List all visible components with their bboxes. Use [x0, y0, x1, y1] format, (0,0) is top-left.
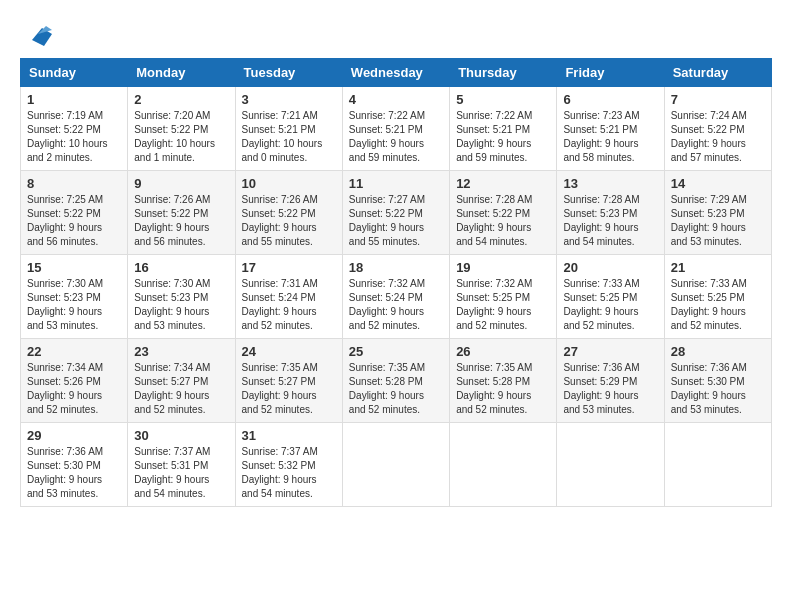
calendar-cell: 28Sunrise: 7:36 AMSunset: 5:30 PMDayligh… — [664, 339, 771, 423]
logo-icon — [24, 20, 52, 48]
calendar-week-5: 29Sunrise: 7:36 AMSunset: 5:30 PMDayligh… — [21, 423, 772, 507]
calendar-header-row: SundayMondayTuesdayWednesdayThursdayFrid… — [21, 59, 772, 87]
day-info: Sunrise: 7:30 AMSunset: 5:23 PMDaylight:… — [134, 278, 210, 331]
day-info: Sunrise: 7:30 AMSunset: 5:23 PMDaylight:… — [27, 278, 103, 331]
calendar-cell: 27Sunrise: 7:36 AMSunset: 5:29 PMDayligh… — [557, 339, 664, 423]
day-number: 15 — [27, 260, 121, 275]
day-info: Sunrise: 7:27 AMSunset: 5:22 PMDaylight:… — [349, 194, 425, 247]
day-number: 2 — [134, 92, 228, 107]
day-number: 1 — [27, 92, 121, 107]
calendar-body: 1Sunrise: 7:19 AMSunset: 5:22 PMDaylight… — [21, 87, 772, 507]
day-info: Sunrise: 7:25 AMSunset: 5:22 PMDaylight:… — [27, 194, 103, 247]
calendar-cell: 11Sunrise: 7:27 AMSunset: 5:22 PMDayligh… — [342, 171, 449, 255]
calendar-cell: 8Sunrise: 7:25 AMSunset: 5:22 PMDaylight… — [21, 171, 128, 255]
calendar-cell: 9Sunrise: 7:26 AMSunset: 5:22 PMDaylight… — [128, 171, 235, 255]
calendar-cell: 22Sunrise: 7:34 AMSunset: 5:26 PMDayligh… — [21, 339, 128, 423]
day-info: Sunrise: 7:36 AMSunset: 5:30 PMDaylight:… — [27, 446, 103, 499]
calendar-cell: 18Sunrise: 7:32 AMSunset: 5:24 PMDayligh… — [342, 255, 449, 339]
day-number: 27 — [563, 344, 657, 359]
day-number: 14 — [671, 176, 765, 191]
day-info: Sunrise: 7:26 AMSunset: 5:22 PMDaylight:… — [134, 194, 210, 247]
day-info: Sunrise: 7:28 AMSunset: 5:23 PMDaylight:… — [563, 194, 639, 247]
day-info: Sunrise: 7:34 AMSunset: 5:27 PMDaylight:… — [134, 362, 210, 415]
calendar-cell: 13Sunrise: 7:28 AMSunset: 5:23 PMDayligh… — [557, 171, 664, 255]
day-info: Sunrise: 7:24 AMSunset: 5:22 PMDaylight:… — [671, 110, 747, 163]
day-number: 24 — [242, 344, 336, 359]
day-info: Sunrise: 7:37 AMSunset: 5:32 PMDaylight:… — [242, 446, 318, 499]
day-info: Sunrise: 7:32 AMSunset: 5:24 PMDaylight:… — [349, 278, 425, 331]
day-number: 31 — [242, 428, 336, 443]
calendar-week-3: 15Sunrise: 7:30 AMSunset: 5:23 PMDayligh… — [21, 255, 772, 339]
weekday-header-saturday: Saturday — [664, 59, 771, 87]
calendar-cell: 2Sunrise: 7:20 AMSunset: 5:22 PMDaylight… — [128, 87, 235, 171]
day-info: Sunrise: 7:37 AMSunset: 5:31 PMDaylight:… — [134, 446, 210, 499]
calendar-cell — [450, 423, 557, 507]
calendar-week-1: 1Sunrise: 7:19 AMSunset: 5:22 PMDaylight… — [21, 87, 772, 171]
calendar-week-2: 8Sunrise: 7:25 AMSunset: 5:22 PMDaylight… — [21, 171, 772, 255]
calendar-cell: 6Sunrise: 7:23 AMSunset: 5:21 PMDaylight… — [557, 87, 664, 171]
calendar-cell: 24Sunrise: 7:35 AMSunset: 5:27 PMDayligh… — [235, 339, 342, 423]
weekday-header-monday: Monday — [128, 59, 235, 87]
calendar-cell — [664, 423, 771, 507]
day-number: 21 — [671, 260, 765, 275]
day-info: Sunrise: 7:33 AMSunset: 5:25 PMDaylight:… — [563, 278, 639, 331]
calendar-cell: 17Sunrise: 7:31 AMSunset: 5:24 PMDayligh… — [235, 255, 342, 339]
day-number: 11 — [349, 176, 443, 191]
weekday-header-wednesday: Wednesday — [342, 59, 449, 87]
day-info: Sunrise: 7:35 AMSunset: 5:27 PMDaylight:… — [242, 362, 318, 415]
day-number: 13 — [563, 176, 657, 191]
day-number: 3 — [242, 92, 336, 107]
day-info: Sunrise: 7:36 AMSunset: 5:29 PMDaylight:… — [563, 362, 639, 415]
calendar-cell: 12Sunrise: 7:28 AMSunset: 5:22 PMDayligh… — [450, 171, 557, 255]
day-number: 16 — [134, 260, 228, 275]
calendar-cell: 26Sunrise: 7:35 AMSunset: 5:28 PMDayligh… — [450, 339, 557, 423]
day-info: Sunrise: 7:34 AMSunset: 5:26 PMDaylight:… — [27, 362, 103, 415]
calendar-cell: 25Sunrise: 7:35 AMSunset: 5:28 PMDayligh… — [342, 339, 449, 423]
day-number: 19 — [456, 260, 550, 275]
calendar-table: SundayMondayTuesdayWednesdayThursdayFrid… — [20, 58, 772, 507]
day-number: 20 — [563, 260, 657, 275]
calendar-cell: 16Sunrise: 7:30 AMSunset: 5:23 PMDayligh… — [128, 255, 235, 339]
day-number: 23 — [134, 344, 228, 359]
day-number: 30 — [134, 428, 228, 443]
weekday-header-friday: Friday — [557, 59, 664, 87]
calendar-cell: 14Sunrise: 7:29 AMSunset: 5:23 PMDayligh… — [664, 171, 771, 255]
day-info: Sunrise: 7:23 AMSunset: 5:21 PMDaylight:… — [563, 110, 639, 163]
calendar-cell — [557, 423, 664, 507]
day-info: Sunrise: 7:36 AMSunset: 5:30 PMDaylight:… — [671, 362, 747, 415]
calendar-cell: 15Sunrise: 7:30 AMSunset: 5:23 PMDayligh… — [21, 255, 128, 339]
day-number: 22 — [27, 344, 121, 359]
day-number: 29 — [27, 428, 121, 443]
calendar-cell: 4Sunrise: 7:22 AMSunset: 5:21 PMDaylight… — [342, 87, 449, 171]
day-number: 25 — [349, 344, 443, 359]
page-header — [20, 20, 772, 48]
day-info: Sunrise: 7:35 AMSunset: 5:28 PMDaylight:… — [349, 362, 425, 415]
day-number: 7 — [671, 92, 765, 107]
day-number: 26 — [456, 344, 550, 359]
day-number: 6 — [563, 92, 657, 107]
calendar-cell: 30Sunrise: 7:37 AMSunset: 5:31 PMDayligh… — [128, 423, 235, 507]
day-info: Sunrise: 7:29 AMSunset: 5:23 PMDaylight:… — [671, 194, 747, 247]
calendar-cell: 1Sunrise: 7:19 AMSunset: 5:22 PMDaylight… — [21, 87, 128, 171]
calendar-cell: 21Sunrise: 7:33 AMSunset: 5:25 PMDayligh… — [664, 255, 771, 339]
weekday-header-sunday: Sunday — [21, 59, 128, 87]
calendar-cell: 29Sunrise: 7:36 AMSunset: 5:30 PMDayligh… — [21, 423, 128, 507]
day-number: 9 — [134, 176, 228, 191]
day-number: 4 — [349, 92, 443, 107]
day-info: Sunrise: 7:20 AMSunset: 5:22 PMDaylight:… — [134, 110, 215, 163]
day-number: 28 — [671, 344, 765, 359]
calendar-cell: 20Sunrise: 7:33 AMSunset: 5:25 PMDayligh… — [557, 255, 664, 339]
day-number: 5 — [456, 92, 550, 107]
day-number: 12 — [456, 176, 550, 191]
day-number: 18 — [349, 260, 443, 275]
calendar-cell: 5Sunrise: 7:22 AMSunset: 5:21 PMDaylight… — [450, 87, 557, 171]
calendar-week-4: 22Sunrise: 7:34 AMSunset: 5:26 PMDayligh… — [21, 339, 772, 423]
calendar-cell: 19Sunrise: 7:32 AMSunset: 5:25 PMDayligh… — [450, 255, 557, 339]
weekday-header-thursday: Thursday — [450, 59, 557, 87]
day-number: 8 — [27, 176, 121, 191]
logo — [20, 20, 52, 48]
day-info: Sunrise: 7:33 AMSunset: 5:25 PMDaylight:… — [671, 278, 747, 331]
calendar-cell: 31Sunrise: 7:37 AMSunset: 5:32 PMDayligh… — [235, 423, 342, 507]
day-number: 10 — [242, 176, 336, 191]
day-info: Sunrise: 7:22 AMSunset: 5:21 PMDaylight:… — [456, 110, 532, 163]
